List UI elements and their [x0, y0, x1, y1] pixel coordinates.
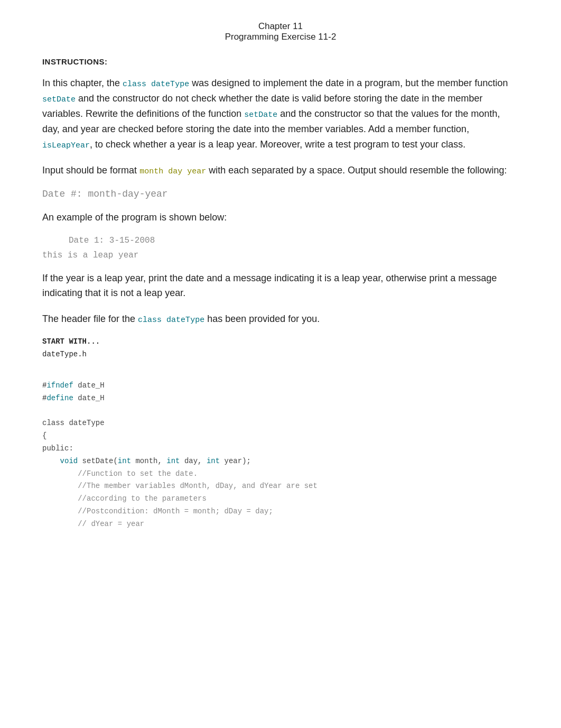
comment-line4: //Postcondition: dMonth = month; dDay = …: [42, 507, 273, 515]
filename-label: dateType.h: [42, 350, 519, 358]
p2-format: month day year: [139, 167, 206, 176]
p1-class-datetype: class dateType: [123, 80, 189, 89]
comment-line2: //The member variables dMonth, dDay, and…: [42, 482, 317, 490]
preprocessor-line1: #ifndef date_H: [42, 381, 105, 390]
example-leap: this is a leap year: [42, 251, 519, 260]
class-decl: class dateType: [42, 419, 105, 427]
paragraph2: Input should be format month day year wi…: [42, 163, 519, 178]
chapter-line2: Programming Exercise 11-2: [42, 32, 519, 42]
start-with-label: START WITH...: [42, 337, 519, 346]
chapter-line1: Chapter 11: [42, 21, 519, 32]
example-date: Date 1: 3-15-2008: [69, 236, 519, 245]
p1-suffix: , to check whether a year is a leap year…: [90, 139, 465, 150]
page-header: Chapter 11 Programming Exercise 11-2: [42, 21, 519, 42]
open-brace: {: [42, 431, 46, 440]
comment-line3: //according to the parameters: [42, 494, 207, 503]
p5-class-datetype: class dateType: [138, 316, 204, 325]
comment-line1: //Function to set the date.: [42, 469, 198, 478]
paragraph5: The header file for the class dateType h…: [42, 311, 519, 327]
setdate-decl: void setDate(int month, int day, int yea…: [42, 457, 251, 465]
p1-setdate2: setDate: [244, 110, 277, 119]
p5-prefix: The header file for the: [42, 314, 138, 324]
preprocessor-line2: #define date_H: [42, 394, 105, 402]
paragraph4: If the year is a leap year, print the da…: [42, 271, 519, 301]
paragraph1: In this chapter, the class dateType was …: [42, 76, 519, 152]
comment-line5: // dYear = year: [42, 520, 144, 528]
paragraph3: An example of the program is shown below…: [42, 210, 519, 225]
public-label: public:: [42, 444, 73, 453]
p2-suffix: with each separated by a space. Output s…: [206, 165, 507, 176]
p1-isleapyear: isLeapYear: [42, 141, 90, 150]
p2-prefix: Input should be format: [42, 165, 139, 176]
p1-prefix: In this chapter, the: [42, 78, 123, 88]
p1-setdate1: setDate: [42, 95, 76, 104]
code-block: #ifndef date_H #define date_H class date…: [42, 367, 519, 530]
p5-suffix: has been provided for you.: [204, 314, 320, 324]
p1-middle1: was designed to implement the date in a …: [189, 78, 508, 88]
date-format-line: Date #: month-day-year: [42, 189, 519, 199]
instructions-label: INSTRUCTIONS:: [42, 57, 519, 66]
